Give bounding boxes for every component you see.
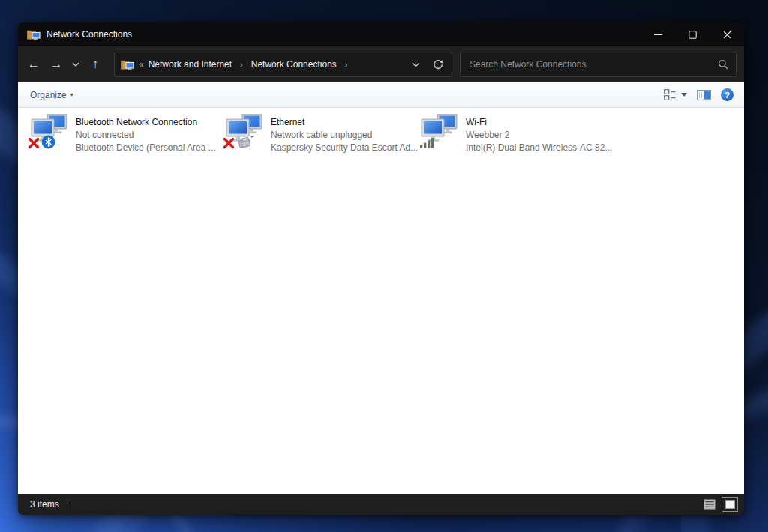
help-button[interactable]: ? <box>721 88 734 101</box>
network-adapter-icon <box>420 114 459 150</box>
forward-button[interactable]: → <box>45 53 68 76</box>
address-bar[interactable]: « Network and Internet › Network Connect… <box>114 52 452 77</box>
connection-status: Network cable unplugged <box>271 129 412 142</box>
window-caption-controls <box>640 22 744 46</box>
network-adapter-icon <box>30 114 69 150</box>
connection-name: Wi-Fi <box>466 116 608 129</box>
details-view-icon <box>704 499 716 510</box>
ethernet-plug-icon <box>236 136 254 152</box>
connection-item-text: Bluetooth Network Connection Not connect… <box>76 114 216 154</box>
connection-name: Ethernet <box>271 116 412 129</box>
signal-bars-icon <box>420 137 435 151</box>
preview-pane-icon <box>697 90 711 100</box>
help-question-icon: ? <box>724 91 730 100</box>
connection-status: Weebber 2 <box>466 129 608 142</box>
connection-device: Kaspersky Security Data Escort Ad... <box>271 142 412 154</box>
organize-label: Organize <box>30 90 67 100</box>
breadcrumb-network-and-internet[interactable]: Network and Internet <box>148 59 232 70</box>
statusbar-divider <box>70 499 70 510</box>
breadcrumb-separator-icon[interactable]: › <box>341 60 352 69</box>
connection-item-text: Ethernet Network cable unplugged Kaspers… <box>271 114 412 154</box>
file-list-area[interactable]: Bluetooth Network Connection Not connect… <box>18 108 744 494</box>
breadcrumb-overflow-chevron[interactable]: « <box>139 59 144 70</box>
disabled-x-icon <box>223 137 235 152</box>
connection-item-text: Wi-Fi Weebber 2 Intel(R) Dual Band Wirel… <box>466 114 608 154</box>
recent-locations-chevron-icon[interactable] <box>68 53 84 76</box>
organize-caret-icon: ▾ <box>70 91 74 98</box>
connection-device: Intel(R) Dual Band Wireless-AC 82... <box>466 142 608 154</box>
window-title: Network Connections <box>46 29 132 40</box>
connection-item-bluetooth[interactable]: Bluetooth Network Connection Not connect… <box>30 114 218 154</box>
maximize-button[interactable] <box>675 22 710 46</box>
back-button[interactable]: ← <box>22 53 45 76</box>
disabled-x-icon <box>28 137 40 152</box>
breadcrumb-network-connections[interactable]: Network Connections <box>251 59 337 70</box>
command-bar: Organize ▾ <box>18 82 744 108</box>
preview-pane-button[interactable] <box>697 90 711 100</box>
organize-menu-button[interactable]: Organize ▾ <box>30 90 74 100</box>
large-icons-view-icon <box>725 500 735 509</box>
view-options-icon <box>664 89 676 100</box>
close-button[interactable] <box>710 22 744 46</box>
search-input[interactable] <box>468 58 718 70</box>
large-icons-view-button[interactable] <box>722 497 738 512</box>
search-icon[interactable] <box>718 59 728 70</box>
connection-item-ethernet[interactable]: Ethernet Network cable unplugged Kaspers… <box>225 114 412 154</box>
change-view-button[interactable] <box>664 89 687 100</box>
connection-name: Bluetooth Network Connection <box>76 116 216 129</box>
title-bar: Network Connections <box>18 22 744 46</box>
view-options-caret-icon <box>681 93 687 97</box>
items-count: 3 items <box>30 499 59 510</box>
bluetooth-icon <box>41 135 56 152</box>
network-adapter-icon <box>225 114 264 150</box>
desktop-wallpaper: Network Connections ← → ↑ <box>0 0 768 532</box>
connection-item-wifi[interactable]: Wi-Fi Weebber 2 Intel(R) Dual Band Wirel… <box>420 114 608 154</box>
connection-device: Bluetooth Device (Personal Area ... <box>76 142 216 154</box>
address-dropdown-chevron-icon[interactable] <box>412 62 420 67</box>
status-bar: 3 items <box>18 494 744 515</box>
connection-status: Not connected <box>76 129 216 142</box>
network-folder-icon <box>27 29 40 40</box>
up-button[interactable]: ↑ <box>84 53 106 76</box>
navigation-bar: ← → ↑ « Network and Internet › Network C… <box>18 46 744 82</box>
details-view-button[interactable] <box>701 497 718 512</box>
refresh-icon[interactable] <box>432 58 444 70</box>
network-connections-window: Network Connections ← → ↑ <box>18 22 744 515</box>
breadcrumb-separator-icon[interactable]: › <box>236 60 247 69</box>
minimize-button[interactable] <box>640 22 675 46</box>
address-location-icon <box>121 59 134 70</box>
search-box[interactable] <box>460 52 736 77</box>
